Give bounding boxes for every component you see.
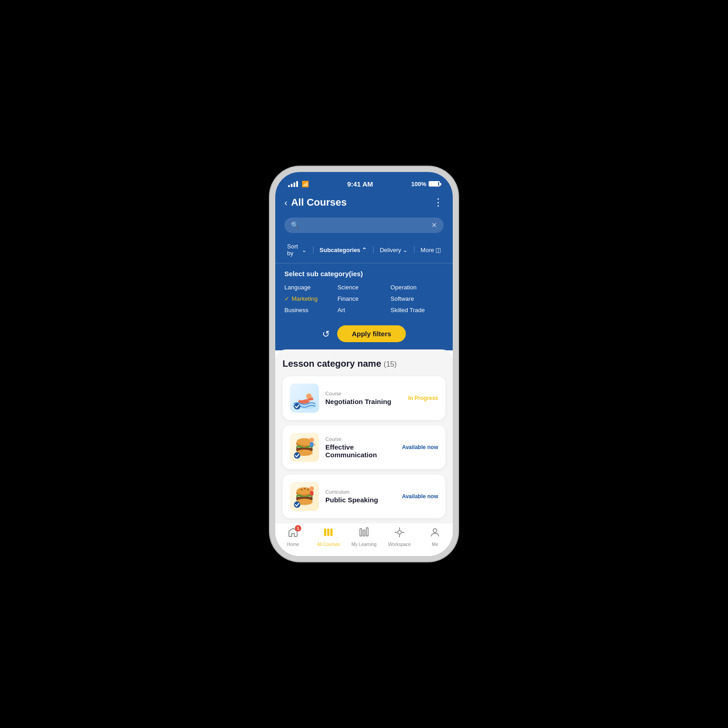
svg-rect-30	[327, 529, 329, 536]
subcategory-finance[interactable]: Finance	[338, 295, 391, 302]
subcategory-language[interactable]: Language	[284, 284, 338, 291]
workspace-icon	[394, 527, 405, 541]
nav-my-learning-label: My Learning	[351, 542, 376, 547]
all-courses-icon	[323, 527, 334, 541]
nav-home[interactable]: 1 Home	[275, 527, 311, 547]
course-thumbnail-effective-comm	[290, 433, 319, 462]
me-icon	[430, 527, 440, 541]
course-type-public-speaking: Curriculum	[325, 489, 395, 495]
sort-by-button[interactable]: Sort by ⌄	[284, 241, 309, 258]
filter-divider-2	[373, 246, 374, 253]
nav-workspace[interactable]: Workspace	[382, 527, 417, 547]
course-thumbnail-public-speaking	[290, 482, 319, 511]
course-name-negotiation: Negotiation Training	[325, 398, 402, 405]
subcategory-operation[interactable]: Operation	[390, 284, 444, 291]
subcategories-label: Subcategories	[319, 247, 360, 253]
filter-bar: Sort by ⌄ Subcategories ⌃ Delivery ⌄ Mor…	[275, 238, 453, 263]
status-right: 100%	[411, 181, 440, 187]
svg-rect-33	[363, 530, 365, 536]
course-card-effective-comm[interactable]: Course Effective Communication Available…	[283, 425, 445, 469]
nav-all-courses-label: All Courses	[317, 542, 340, 547]
course-card-negotiation[interactable]: Course Negotiation Training In Progress	[283, 376, 445, 420]
svg-rect-8	[310, 442, 313, 447]
subcategory-skilled-trade[interactable]: Skilled Trade	[390, 307, 444, 313]
bottom-nav: 1 Home All Courses My Lea	[275, 523, 453, 556]
nav-me[interactable]: Me	[417, 527, 453, 547]
subcategories-grid: Language Science Operation ✓ Marketing F…	[284, 284, 444, 313]
svg-point-35	[398, 531, 401, 534]
course-card-public-speaking[interactable]: Curriculum Public Speaking Available now	[283, 475, 445, 518]
delivery-button[interactable]: Delivery ⌄	[377, 245, 410, 255]
nav-me-label: Me	[432, 542, 438, 547]
subcategories-chevron: ⌃	[362, 247, 367, 253]
course-info-public-speaking: Curriculum Public Speaking	[325, 489, 395, 504]
back-button[interactable]: ‹	[284, 197, 288, 208]
subcategory-science[interactable]: Science	[338, 284, 391, 291]
category-header: Lesson category name (15)	[283, 359, 445, 369]
svg-point-19	[309, 486, 314, 491]
svg-point-36	[433, 529, 437, 532]
reset-button[interactable]: ↺	[322, 329, 330, 339]
subcategories-button[interactable]: Subcategories ⌃	[317, 245, 369, 255]
signal-icon	[288, 181, 298, 187]
subcategories-title: Select sub category(ies)	[284, 270, 444, 278]
page-title: All Courses	[291, 197, 347, 208]
course-name-public-speaking: Public Speaking	[325, 496, 395, 504]
svg-point-7	[309, 438, 314, 442]
subcategory-business[interactable]: Business	[284, 307, 338, 313]
delivery-label: Delivery	[380, 247, 401, 253]
search-section: 🔍 ✕	[275, 214, 453, 238]
header-left: ‹ All Courses	[284, 197, 347, 208]
course-status-public-speaking: Available now	[402, 493, 438, 500]
my-learning-icon	[359, 527, 369, 541]
subcategories-panel: Select sub category(ies) Language Scienc…	[275, 263, 453, 321]
battery-percent: 100%	[411, 181, 426, 187]
course-status-effective-comm: Available now	[402, 444, 438, 450]
delivery-chevron: ⌄	[403, 247, 408, 253]
course-status-negotiation: In Progress	[408, 395, 438, 401]
phone-frame: 📶 9:41 AM 100% ‹ All Courses ⋮ 🔍 ✕ Sort …	[275, 172, 453, 556]
more-filters-label: More	[420, 247, 434, 253]
subcategory-art[interactable]: Art	[338, 307, 391, 313]
status-left: 📶	[288, 181, 309, 187]
status-time: 9:41 AM	[347, 180, 373, 188]
course-info-effective-comm: Course Effective Communication	[325, 436, 395, 459]
search-icon: 🔍	[291, 221, 299, 229]
search-bar[interactable]: 🔍 ✕	[284, 217, 444, 233]
nav-home-label: Home	[287, 542, 299, 547]
filter-divider-3	[414, 246, 415, 253]
course-type-effective-comm: Course	[325, 436, 395, 442]
more-button[interactable]: ⋮	[433, 197, 444, 208]
svg-rect-32	[360, 529, 362, 536]
home-icon: 1	[288, 527, 298, 541]
nav-my-learning[interactable]: My Learning	[346, 527, 382, 547]
nav-workspace-label: Workspace	[388, 542, 411, 547]
status-bar: 📶 9:41 AM 100%	[275, 172, 453, 192]
course-type-negotiation: Course	[325, 391, 402, 396]
apply-filters-button[interactable]: Apply filters	[337, 325, 406, 342]
category-count: (15)	[384, 360, 396, 368]
wifi-icon: 📶	[302, 181, 309, 187]
svg-rect-34	[366, 528, 368, 536]
nav-all-courses[interactable]: All Courses	[311, 527, 346, 547]
battery-icon	[429, 181, 440, 187]
content-area: Lesson category name (15)	[275, 349, 453, 523]
course-thumbnail-negotiation	[290, 384, 319, 413]
filter-divider-1	[313, 246, 313, 253]
search-clear-icon[interactable]: ✕	[431, 221, 437, 229]
home-badge: 1	[295, 525, 301, 531]
category-name: Lesson category name	[283, 359, 381, 369]
sort-by-chevron: ⌄	[302, 247, 307, 253]
subcategory-marketing[interactable]: ✓ Marketing	[284, 295, 338, 302]
course-name-effective-comm: Effective Communication	[325, 443, 395, 459]
svg-rect-31	[330, 529, 333, 536]
svg-rect-29	[324, 529, 326, 536]
check-icon: ✓	[284, 295, 289, 302]
svg-point-15	[304, 488, 306, 490]
sort-by-label: Sort by	[287, 243, 300, 257]
apply-filters-area: ↺ Apply filters	[275, 321, 453, 350]
subcategory-software[interactable]: Software	[390, 295, 444, 302]
course-info-negotiation: Course Negotiation Training	[325, 391, 402, 405]
app-header: ‹ All Courses ⋮	[275, 192, 453, 214]
more-filters-button[interactable]: More ◫	[418, 245, 444, 255]
